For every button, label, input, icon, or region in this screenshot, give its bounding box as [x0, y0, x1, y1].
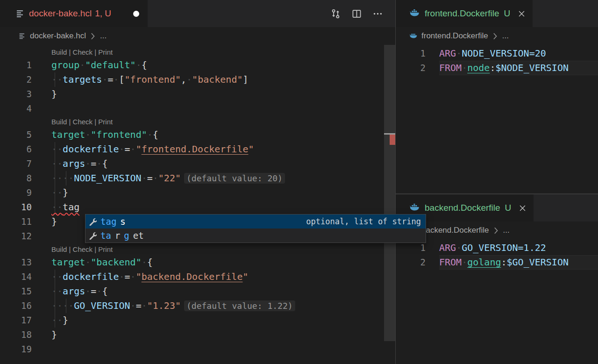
codelens-actions[interactable]: Build | Check | Print [51, 245, 113, 253]
hcl-file-icon [16, 9, 25, 18]
line-number: 19 [0, 342, 51, 357]
code-line: 19 [0, 342, 395, 357]
close-icon [519, 11, 525, 17]
docker-whale-icon [409, 204, 420, 213]
frontend-pane: frontend.Dockerfile U frontend.Dockerfil… [396, 0, 598, 193]
token: { [147, 257, 153, 268]
line-number: 7 [0, 157, 51, 171]
codelens-actions[interactable]: Build | Check | Print [51, 48, 113, 56]
line-number: 3 [0, 87, 51, 101]
token: : [490, 62, 495, 73]
code-editor[interactable]: 1ARG·NODE_VERSION=202FROM·node:$NODE_VER… [396, 45, 598, 75]
code-line: 4 [0, 101, 395, 116]
token: "22" [158, 172, 181, 184]
token: GO_VERSION=1.22 [462, 242, 546, 253]
token: · [462, 62, 467, 73]
token: · [147, 129, 153, 140]
file-link[interactable]: golang [467, 257, 501, 268]
token: dockerfile [63, 143, 119, 155]
token: } [51, 88, 57, 100]
line-number: 12 [0, 229, 51, 243]
docker-whale-icon [409, 33, 418, 40]
chevron-right-icon [494, 227, 498, 234]
line-number: 15 [0, 284, 51, 299]
line-number: 6 [0, 142, 51, 157]
token: NODE_VERSION=20 [462, 48, 546, 59]
file-link[interactable]: backend.Dockerfile [142, 271, 243, 282]
code-editor[interactable]: Build | Check | Print1group·"default"·{2… [0, 45, 395, 357]
token: ·· [51, 158, 63, 169]
suggestion-tags[interactable]: tagsoptional, list of string [85, 214, 426, 228]
close-tab-button[interactable] [518, 203, 527, 213]
code-line: 16····GO_VERSION·=·"1.23"(default value:… [0, 299, 395, 313]
tab-docker-bake-hcl[interactable]: docker-bake.hcl 1, U [0, 0, 148, 27]
token: " [136, 271, 142, 282]
tab-git-badge: U [504, 8, 510, 19]
breadcrumb-file[interactable]: frontend.Dockerfile [421, 31, 488, 41]
chevron-right-icon [493, 33, 498, 40]
main-editor-group: docker-bake.hcl 1, U [0, 0, 395, 364]
line-number: 18 [0, 328, 51, 342]
token: · [456, 242, 462, 253]
codelens-actions[interactable]: Build | Check | Print [51, 118, 113, 126]
tab-label: backend.Dockerfile [425, 203, 500, 213]
code-line: 14··dockerfile·=·"backend.Dockerfile" [0, 270, 395, 284]
tab-frontend-dockerfile[interactable]: frontend.Dockerfile U [396, 0, 533, 27]
close-tab-button[interactable] [517, 9, 526, 18]
token: = [91, 158, 96, 169]
more-actions-button[interactable] [372, 8, 383, 19]
token: · [96, 285, 102, 297]
unsaved-dot-icon[interactable] [133, 11, 139, 17]
code-editor[interactable]: 1ARG·GO_VERSION=1.222FROM·golang:$GO_VER… [396, 239, 598, 270]
suggestion-target[interactable]: target [85, 228, 426, 243]
inlay-hint: (default value: 20) [184, 173, 285, 184]
suggestion-label-part: et [133, 230, 144, 241]
wrench-icon [89, 232, 97, 240]
line-number: 14 [0, 270, 51, 284]
breadcrumb-more[interactable]: ... [100, 31, 107, 41]
token: target [51, 129, 85, 140]
code-line: 2FROM·node:$NODE_VERSION [396, 61, 598, 75]
token: · [136, 59, 142, 71]
token: : [501, 257, 506, 268]
token: · [186, 74, 192, 85]
token: · [142, 172, 147, 184]
line-number: 10 [0, 200, 51, 214]
token: · [85, 129, 91, 140]
token: = [125, 143, 130, 155]
line-number: 11 [0, 214, 51, 229]
suggestion-label-part: ta [100, 230, 111, 241]
code-line: 13target·"backend"·{ [0, 255, 395, 270]
compare-changes-icon [330, 8, 341, 19]
token: group [51, 59, 79, 71]
suggestion-label-part: s [120, 216, 125, 227]
breadcrumb-more[interactable]: ... [503, 226, 510, 235]
line-number: 16 [0, 299, 51, 313]
token: ···· [51, 172, 74, 184]
main-tab-strip: docker-bake.hcl 1, U [0, 0, 395, 27]
file-link[interactable]: node [467, 62, 490, 73]
open-changes-button[interactable] [330, 8, 341, 19]
line-number: 4 [0, 101, 51, 116]
code-line: 18} [0, 328, 395, 342]
breadcrumb-more[interactable]: ... [502, 31, 509, 41]
code-line: 5target·"frontend"·{ [0, 128, 395, 142]
scrollbar[interactable] [384, 45, 395, 341]
breadcrumb-file[interactable]: backend.Dockerfile [421, 226, 489, 235]
suggestion-label-part: tag [100, 216, 116, 227]
token: · [96, 158, 102, 169]
inlay-hint: (default value: 1.22) [184, 300, 295, 311]
token: · [85, 285, 91, 297]
line-number: 2 [0, 72, 51, 87]
file-link[interactable]: frontend.Dockerfile [142, 143, 249, 155]
right-editor-column: frontend.Dockerfile U frontend.Dockerfil… [395, 0, 598, 364]
token: " [248, 143, 254, 155]
breadcrumb-file[interactable]: docker-bake.hcl [30, 31, 86, 41]
hcl-file-icon [19, 32, 26, 40]
token: ·· [51, 314, 63, 326]
split-editor-button[interactable] [351, 8, 362, 19]
code-line: 8····NODE_VERSION·=·"22"(default value: … [0, 171, 395, 186]
token: FROM [439, 257, 462, 268]
breadcrumb: docker-bake.hcl ... [0, 27, 395, 45]
code-line: 7··args·=·{ [0, 157, 395, 171]
